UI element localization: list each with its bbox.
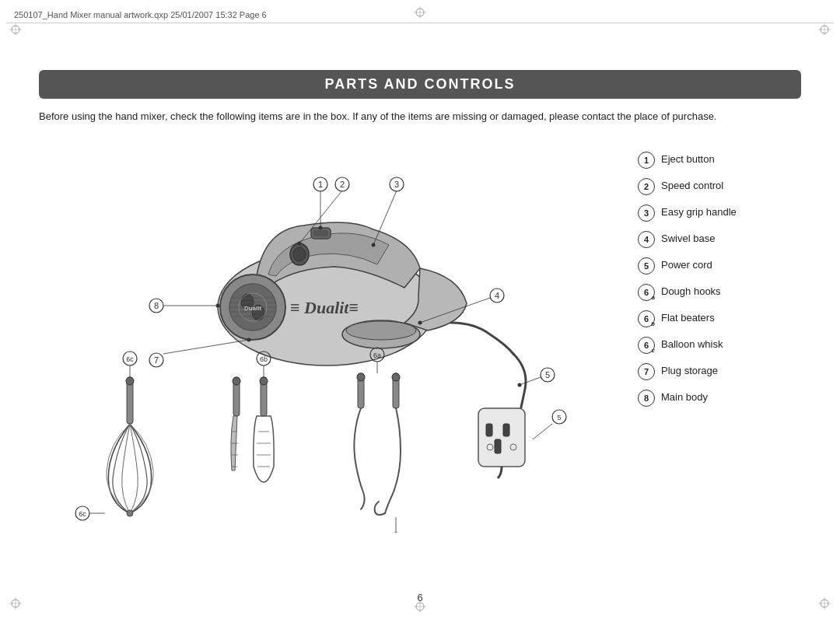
svg-text:4: 4 [495, 291, 499, 300]
reg-mark-tm [414, 6, 426, 19]
svg-point-63 [247, 338, 251, 342]
svg-text:1: 1 [318, 180, 323, 189]
part-label: Swivel base [661, 231, 715, 244]
svg-point-83 [357, 373, 365, 381]
svg-rect-95 [495, 439, 501, 453]
reg-mark-bl [9, 597, 22, 610]
part-number: 4 [638, 231, 655, 248]
svg-text:6c: 6c [79, 510, 86, 518]
svg-rect-35 [313, 230, 328, 236]
part-number: 1 [638, 152, 655, 169]
svg-text:5: 5 [545, 370, 550, 379]
list-item: 4Swivel base [638, 231, 809, 248]
page-number: 6 [417, 592, 422, 603]
svg-point-47 [372, 243, 376, 247]
part-number: 6b [638, 310, 655, 327]
part-label: Balloon whisk [661, 337, 723, 350]
svg-rect-92 [478, 408, 525, 467]
svg-point-55 [518, 383, 522, 387]
svg-text:6a: 6a [373, 351, 381, 359]
svg-point-71 [127, 510, 133, 516]
list-item: 3Easy grip handle [638, 205, 809, 222]
svg-rect-93 [486, 424, 492, 436]
reg-mark-tr [818, 23, 831, 36]
svg-text:2: 2 [340, 180, 345, 189]
svg-point-33 [293, 247, 306, 261]
list-item: 7Plug storage [638, 363, 809, 380]
title-band: PARTS AND CONTROLS [39, 70, 801, 99]
header-text: 250107_Hand Mixer manual artwork.qxp 25/… [14, 10, 267, 19]
part-label: Main body [661, 390, 708, 403]
svg-text:Dualit: Dualit [244, 305, 262, 312]
part-label: Dough hooks [661, 284, 721, 297]
part-label: Easy grip handle [661, 205, 737, 218]
list-item: 5Power cord [638, 257, 809, 275]
page-title: PARTS AND CONTROLS [39, 76, 801, 93]
part-number: 7 [638, 363, 655, 380]
svg-text:8: 8 [154, 301, 159, 310]
list-item: 6bFlat beaters [638, 310, 809, 327]
part-label: Flat beaters [661, 310, 715, 323]
svg-point-76 [233, 377, 240, 385]
svg-point-67 [126, 377, 134, 385]
svg-text:6c: 6c [126, 355, 134, 363]
reg-mark-br [818, 597, 831, 610]
list-item: 2Speed control [638, 178, 809, 195]
svg-point-37 [346, 321, 416, 340]
svg-text:3: 3 [394, 180, 399, 189]
part-number: 6a [638, 284, 655, 301]
list-item: 1Eject button [638, 152, 809, 169]
intro-text: Before using the hand mixer, check the f… [39, 109, 801, 125]
svg-point-78 [260, 377, 268, 385]
part-number: 8 [638, 390, 655, 407]
svg-text:7: 7 [154, 355, 159, 365]
parts-list: 1Eject button2Speed control3Easy grip ha… [638, 152, 809, 416]
reg-mark-tl [9, 23, 22, 36]
part-number: 3 [638, 205, 655, 222]
svg-text:≡ Dualit≡: ≡ Dualit≡ [290, 298, 359, 317]
part-number: 2 [638, 178, 655, 195]
svg-rect-94 [503, 424, 509, 436]
svg-text:6b: 6b [260, 355, 268, 363]
svg-point-39 [319, 226, 323, 230]
svg-line-98 [533, 424, 552, 439]
illustration-area: ≡ Dualit≡ Dualit [39, 144, 583, 533]
svg-point-59 [216, 304, 220, 308]
svg-line-62 [163, 340, 249, 354]
svg-point-43 [298, 242, 302, 246]
svg-line-54 [520, 377, 541, 385]
part-label: Plug storage [661, 363, 718, 376]
list-item: 6cBalloon whisk [638, 337, 809, 354]
part-number: 6c [638, 337, 655, 354]
mixer-illustration: ≡ Dualit≡ Dualit [39, 144, 583, 533]
list-item: 8Main body [638, 390, 809, 407]
part-label: Power cord [661, 257, 712, 271]
part-label: Eject button [661, 152, 715, 165]
svg-point-85 [392, 373, 400, 381]
list-item: 6aDough hooks [638, 284, 809, 301]
svg-point-51 [418, 321, 422, 325]
part-number: 5 [638, 257, 655, 275]
svg-text:5: 5 [557, 414, 561, 421]
part-label: Speed control [661, 178, 723, 191]
